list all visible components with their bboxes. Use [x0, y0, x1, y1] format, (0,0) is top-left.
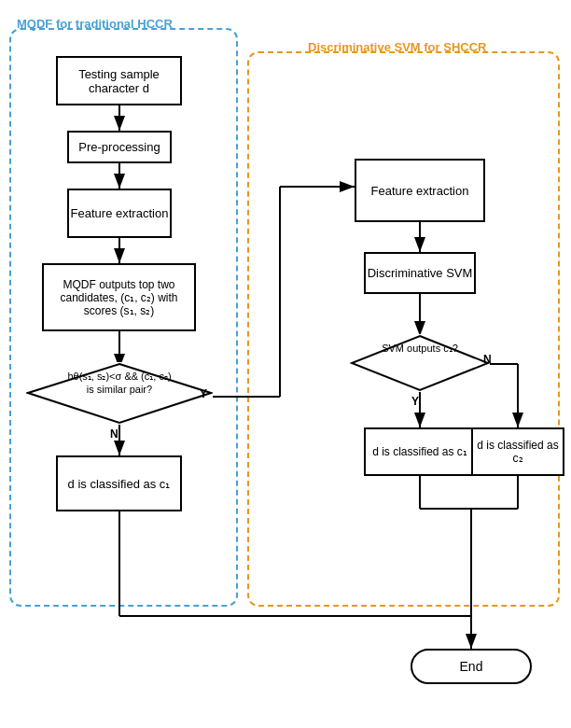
label-n-right: N: [483, 353, 492, 366]
discriminative-svm-node: Discriminative SVM: [364, 252, 476, 294]
testing-sample-node: Testing sample character d: [56, 56, 182, 105]
left-region-label: MQDF for traditional HCCR: [17, 17, 173, 31]
pre-processing-node: Pre-processing: [67, 131, 172, 163]
d-classified-c2-node: d is classified as c₂: [471, 427, 564, 476]
right-region: [247, 51, 560, 607]
end-node: End: [411, 649, 532, 684]
feature-extraction-left-node: Feature extraction: [67, 189, 172, 238]
feature-extraction-right-node: Feature extraction: [355, 159, 485, 222]
label-n-left: N: [110, 427, 118, 441]
decision-diamond-node: hθ(s₁, s₂)<σ && (c₁, c₂) is similar pair…: [26, 362, 213, 425]
diagram-container: MQDF for traditional HCCR Discriminative…: [0, 0, 571, 728]
d-classified-c1-left-node: d is classified as c₁: [56, 455, 182, 511]
d-classified-c1-right-node: d is classified as c₁: [364, 427, 476, 476]
right-region-label: Discriminative SVM for SHCCR: [308, 40, 486, 54]
mqdf-outputs-node: MQDF outputs top two candidates, (c₁, c₂…: [42, 263, 196, 331]
svm-outputs-diamond-node: SVM outputs c₁?: [350, 334, 490, 392]
label-y-right: Y: [411, 395, 419, 408]
label-y-left: Y: [200, 387, 207, 400]
